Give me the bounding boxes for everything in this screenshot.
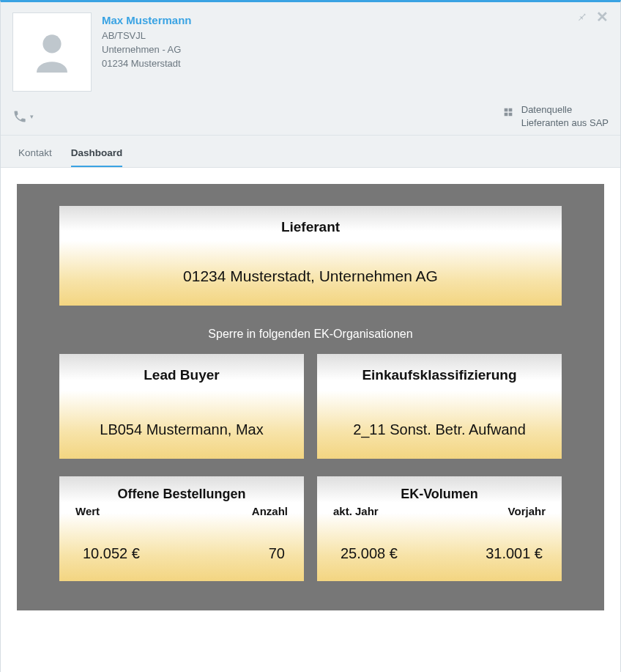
- contact-info: Max Mustermann AB/TSVJL Unternehmen - AG…: [92, 12, 192, 92]
- volumen-col1-label: akt. Jahr: [333, 505, 439, 517]
- chevron-down-icon: ▾: [30, 113, 34, 120]
- window-controls: ✕: [576, 11, 609, 26]
- header: Max Mustermann AB/TSVJL Unternehmen - AG…: [1, 2, 620, 99]
- row-middle: Lead Buyer LB054 Mustermann, Max Einkauf…: [59, 354, 562, 459]
- tab-kontakt[interactable]: Kontakt: [18, 143, 52, 167]
- volumen-col2-value: 31.001 €: [439, 545, 546, 562]
- card-einkauf-title: Einkaufsklassifizierung: [327, 367, 551, 383]
- contact-name[interactable]: Max Mustermann: [102, 14, 192, 26]
- card-offene-bestellungen: Offene Bestellungen Wert 10.052 € Anzahl…: [59, 476, 304, 581]
- contact-company: Unternehmen - AG: [102, 43, 192, 57]
- card-einkauf-value: 2_11 Sonst. Betr. Aufwand: [327, 421, 551, 438]
- tab-dashboard[interactable]: Dashboard: [71, 143, 123, 167]
- contact-window: Max Mustermann AB/TSVJL Unternehmen - AG…: [0, 0, 621, 672]
- card-lieferant-value: 01234 Musterstadt, Unternehmen AG: [70, 267, 551, 285]
- offene-col2-value: 70: [182, 545, 288, 562]
- datasource-icon: [502, 103, 514, 121]
- card-lieferant: Lieferant 01234 Musterstadt, Unternehmen…: [59, 206, 562, 306]
- close-icon[interactable]: ✕: [596, 11, 609, 26]
- content-area: Lieferant 01234 Musterstadt, Unternehmen…: [1, 168, 620, 672]
- phone-icon: [12, 109, 27, 124]
- avatar-placeholder-icon: [26, 26, 78, 78]
- offene-col1-label: Wert: [75, 505, 182, 517]
- card-lieferant-title: Lieferant: [70, 219, 551, 235]
- avatar: [12, 12, 92, 92]
- datasource-label: Datenquelle: [521, 103, 609, 117]
- datasource-value: Lieferanten aus SAP: [521, 117, 609, 130]
- card-lead-buyer-value: LB054 Mustermann, Max: [70, 421, 294, 438]
- tab-bar: Kontakt Dashboard: [1, 136, 620, 168]
- card-lead-buyer-title: Lead Buyer: [70, 367, 294, 383]
- dashboard-frame: Lieferant 01234 Musterstadt, Unternehmen…: [17, 184, 604, 610]
- svg-point-0: [42, 34, 61, 53]
- offene-title: Offene Bestellungen: [71, 487, 292, 502]
- sperre-text: Sperre in folgenden EK-Organisationen: [59, 328, 562, 341]
- pin-icon[interactable]: [576, 11, 587, 26]
- card-lead-buyer: Lead Buyer LB054 Mustermann, Max: [59, 354, 304, 459]
- datasource-indicator: Datenquelle Lieferanten aus SAP: [502, 103, 609, 129]
- offene-col2-label: Anzahl: [182, 505, 288, 517]
- volumen-col2-label: Vorjahr: [439, 505, 546, 517]
- phone-dropdown[interactable]: ▾: [12, 109, 34, 124]
- volumen-col1-value: 25.008 €: [333, 545, 439, 562]
- row-bottom: Offene Bestellungen Wert 10.052 € Anzahl…: [59, 476, 562, 581]
- card-ek-volumen: EK-Volumen akt. Jahr 25.008 € Vorjahr 31…: [317, 476, 562, 581]
- offene-col1-value: 10.052 €: [75, 545, 182, 562]
- contact-department: AB/TSVJL: [102, 29, 192, 43]
- toolbar: ▾ Datenquelle Lieferanten aus SAP: [1, 99, 620, 136]
- card-einkauf: Einkaufsklassifizierung 2_11 Sonst. Betr…: [317, 354, 562, 459]
- contact-address: 01234 Musterstadt: [102, 57, 192, 71]
- volumen-title: EK-Volumen: [329, 487, 550, 502]
